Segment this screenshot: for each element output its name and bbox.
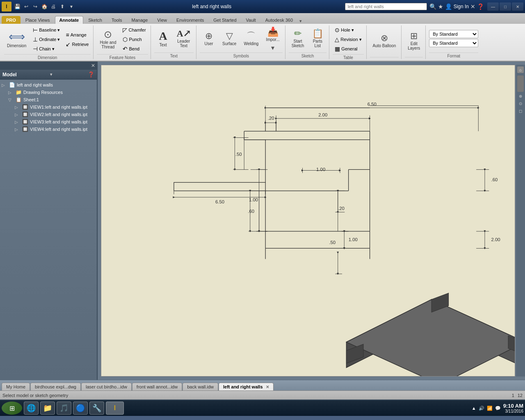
taskbar-chrome[interactable]: 🔵 xyxy=(73,402,88,415)
style-select-1[interactable]: By Standard xyxy=(429,30,478,38)
retrieve-button[interactable]: ↙ Retrieve xyxy=(64,40,91,49)
maximize-button[interactable]: □ xyxy=(500,2,511,11)
edit-layers-button[interactable]: ⊞ EditLayers xyxy=(405,30,423,52)
tab-environments[interactable]: Environments xyxy=(172,16,208,24)
panel-close-icon[interactable]: ✕ xyxy=(91,63,95,68)
tree-sheet1[interactable]: ▽ 📋 Sheet:1 xyxy=(8,96,95,103)
system-up-icon[interactable]: ▲ xyxy=(472,406,476,411)
search-input[interactable] xyxy=(345,3,427,10)
auto-balloon-button[interactable]: ⊗ Auto Balloon xyxy=(370,32,399,50)
surface-button[interactable]: ▽ Surface xyxy=(219,30,239,48)
view2-label: VIEW2:left and right walls.ipt xyxy=(30,112,87,117)
tab-close-icon[interactable]: ✕ xyxy=(266,385,269,389)
welding-button[interactable]: ⌒ Welding xyxy=(241,30,261,48)
feature-notes-label: Feature Notes xyxy=(97,54,148,61)
tab-annotate[interactable]: Annotate xyxy=(55,16,84,24)
home-icon[interactable]: 🏠 xyxy=(40,2,48,11)
tab-birdhouse-expl[interactable]: birdhouse expl...dwg xyxy=(30,383,81,390)
leader-text-button[interactable]: A↗ LeaderText xyxy=(174,27,194,50)
table-buttons: ⊙ Hole ▾ △ Revision ▾ ▦ General xyxy=(333,25,363,53)
tab-sketch[interactable]: Sketch xyxy=(84,16,107,24)
import-button[interactable]: 📥 Impor... xyxy=(263,25,282,44)
parts-list-button[interactable]: 📋 PartsList xyxy=(308,27,326,50)
help-icon[interactable]: ❓ xyxy=(477,3,484,10)
up-icon[interactable]: ⬆ xyxy=(58,2,66,11)
ribbon-menu-icon[interactable]: ▾ xyxy=(299,18,302,24)
nav-home-button[interactable]: ⌂ xyxy=(517,66,524,73)
view3-expander: ▷ xyxy=(15,120,21,124)
user-button[interactable]: ⊕ User xyxy=(200,30,218,48)
revision-button[interactable]: △ Revision ▾ xyxy=(333,35,363,44)
user-icon[interactable]: 👤 xyxy=(445,3,452,10)
close-search-icon[interactable]: ✕ xyxy=(470,3,475,10)
taskbar-unknown[interactable]: 🔧 xyxy=(89,402,104,415)
tab-place-views[interactable]: Place Views xyxy=(21,16,55,24)
tab-left-right-walls[interactable]: left and right walls ✕ xyxy=(219,383,274,390)
taskbar-clock[interactable]: 9:10 AM 3/11/2016 xyxy=(503,403,523,413)
undo-icon[interactable]: ↩ xyxy=(22,2,30,11)
chain-button[interactable]: ⊣ Chain ▾ xyxy=(31,44,62,53)
tree-view2[interactable]: ▷ 🔲 VIEW2:left and right walls.ipt xyxy=(15,111,95,118)
bend-button[interactable]: ↶ Bend xyxy=(121,44,148,53)
tab-back-wall[interactable]: back wall.idw xyxy=(183,383,218,390)
start-button[interactable]: ⊞ xyxy=(2,402,22,415)
minimize-button[interactable]: — xyxy=(487,2,499,11)
search-button[interactable]: 🔍 xyxy=(429,3,436,10)
star-icon[interactable]: ★ xyxy=(438,3,443,10)
hole-table-button[interactable]: ⊙ Hole ▾ xyxy=(333,25,363,34)
sign-in-label[interactable]: Sign In xyxy=(454,4,469,9)
dimension-button[interactable]: ⟺ Dimension xyxy=(4,29,29,50)
app-icon-taskbar: 🔧 xyxy=(92,404,101,413)
panel-dropdown[interactable]: ▾ xyxy=(50,72,52,77)
chamfer-button[interactable]: ◸ Chamfer xyxy=(121,25,148,34)
redo-icon[interactable]: ↪ xyxy=(31,2,39,11)
nav-fit-button[interactable]: ◻ xyxy=(517,107,524,114)
print-icon[interactable]: 🖨 xyxy=(49,2,57,11)
tab-autodesk-360[interactable]: Autodesk 360 xyxy=(261,16,297,24)
svg-text:1.00: 1.00 xyxy=(249,197,258,202)
tree-view4[interactable]: ▷ 🔲 VIEW4:left and right walls.ipt xyxy=(15,126,95,133)
nav-zoom-button[interactable]: ⊙ xyxy=(517,100,524,107)
ordinate-arrow: ▾ xyxy=(57,37,60,42)
tab-tools[interactable]: Tools xyxy=(107,16,127,24)
tree-view3[interactable]: ▷ 🔲 VIEW3:left and right walls.ipt xyxy=(15,118,95,126)
user-label: User xyxy=(204,41,213,46)
tab-manage[interactable]: Manage xyxy=(127,16,153,24)
symbols-dropdown[interactable]: ▾ xyxy=(271,44,274,52)
volume-icon[interactable]: 🔊 xyxy=(479,406,484,411)
taskbar-explorer[interactable]: 📁 xyxy=(40,402,55,415)
tab-my-home[interactable]: My Home xyxy=(2,383,30,390)
general-button[interactable]: ▦ General xyxy=(333,44,363,53)
save-icon[interactable]: 💾 xyxy=(13,2,21,11)
tree-root[interactable]: ▷ 📄 left and right walls xyxy=(2,81,95,89)
drawing-area[interactable]: .20 2.00 .50 1.00 xyxy=(98,62,525,380)
taskbar-ie[interactable]: 🌐 xyxy=(24,402,39,415)
text-button[interactable]: A Text xyxy=(154,28,172,49)
nav-pan-button[interactable]: ⊕ xyxy=(517,93,524,99)
baseline-button[interactable]: ⊢ Baseline ▾ xyxy=(31,25,62,34)
hole-thread-button[interactable]: ⊙ Hole andThread xyxy=(97,27,119,51)
tab-get-started[interactable]: Get Started xyxy=(209,16,241,24)
notification-icon[interactable]: 💬 xyxy=(495,406,501,411)
tab-front-wall[interactable]: front wall annot...idw xyxy=(132,383,182,390)
ordinate-button[interactable]: ⊥ Ordinate ▾ xyxy=(31,35,62,44)
more-icon[interactable]: ▾ xyxy=(67,2,75,11)
style-select-2[interactable]: By Standard xyxy=(429,39,478,47)
tree-view1[interactable]: ▷ 🔲 VIEW1:left and right walls.ipt xyxy=(15,103,95,111)
nav-orbit-button[interactable] xyxy=(517,75,524,92)
app-icon[interactable]: I xyxy=(2,2,11,11)
taskbar-media[interactable]: 🎵 xyxy=(57,402,71,415)
close-button[interactable]: ✕ xyxy=(512,2,523,11)
tab-laser-cut[interactable]: laser cut birdho...idw xyxy=(81,383,132,390)
tree-drawing-resources[interactable]: ▷ 📁 Drawing Resources xyxy=(8,89,95,96)
network-icon[interactable]: 📶 xyxy=(487,406,493,411)
tab-view[interactable]: View xyxy=(153,16,171,24)
arrange-button[interactable]: ≡ Arrange xyxy=(64,30,91,39)
tab-vault[interactable]: Vault xyxy=(242,16,260,24)
baseline-label: Baseline xyxy=(39,27,56,32)
tab-pro[interactable]: PRO xyxy=(2,16,21,24)
punch-button[interactable]: ⬡ Punch xyxy=(121,35,148,44)
panel-help-icon[interactable]: ❓ xyxy=(88,71,94,78)
start-sketch-button[interactable]: ✏ StartSketch xyxy=(289,27,307,50)
taskbar-inventor[interactable]: I xyxy=(106,402,124,415)
